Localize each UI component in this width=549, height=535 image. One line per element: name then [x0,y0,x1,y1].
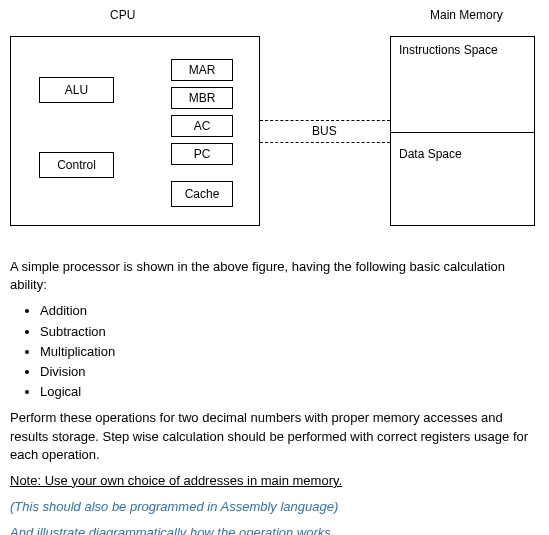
task-paragraph: Perform these operations for two decimal… [10,409,539,464]
intro-paragraph: A simple processor is shown in the above… [10,258,539,294]
architecture-diagram: CPU Main Memory ALU Control MAR MBR AC P… [10,8,539,228]
bus-line-top [260,120,390,121]
control-box: Control [39,152,114,178]
note-line: Note: Use your own choice of addresses i… [10,472,539,490]
list-item: Logical [40,383,539,401]
bus-label: BUS [310,124,339,138]
cpu-box: ALU Control MAR MBR AC PC Cache [10,36,260,226]
mbr-box: MBR [171,87,233,109]
memory-divider [391,132,534,133]
list-item: Division [40,363,539,381]
list-item: Addition [40,302,539,320]
note-text: Note: Use your own choice of addresses i… [10,473,342,488]
list-item: Subtraction [40,323,539,341]
hint-assembly: (This should also be programmed in Assem… [10,498,539,516]
problem-text: A simple processor is shown in the above… [10,258,539,535]
cache-box: Cache [171,181,233,207]
hint-diagram: And illustrate diagrammatically how the … [10,524,539,535]
instructions-space-label: Instructions Space [399,43,498,57]
bus-line-bottom [260,142,390,143]
data-space-label: Data Space [399,147,462,161]
cpu-label: CPU [110,8,135,22]
list-item: Multiplication [40,343,539,361]
alu-box: ALU [39,77,114,103]
main-memory-label: Main Memory [430,8,503,22]
pc-box: PC [171,143,233,165]
mar-box: MAR [171,59,233,81]
ac-box: AC [171,115,233,137]
memory-box: Instructions Space Data Space [390,36,535,226]
operations-list: Addition Subtraction Multiplication Divi… [40,302,539,401]
